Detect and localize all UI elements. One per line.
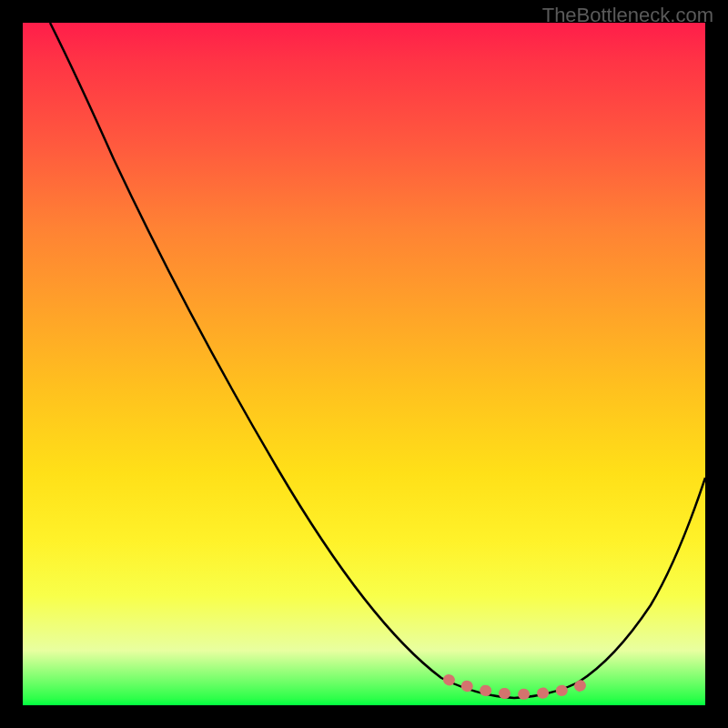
chart-gradient-area: [23, 23, 705, 705]
bottleneck-curve: [50, 23, 705, 698]
chart-svg: [23, 23, 705, 705]
watermark-text: TheBottleneck.com: [542, 4, 713, 27]
